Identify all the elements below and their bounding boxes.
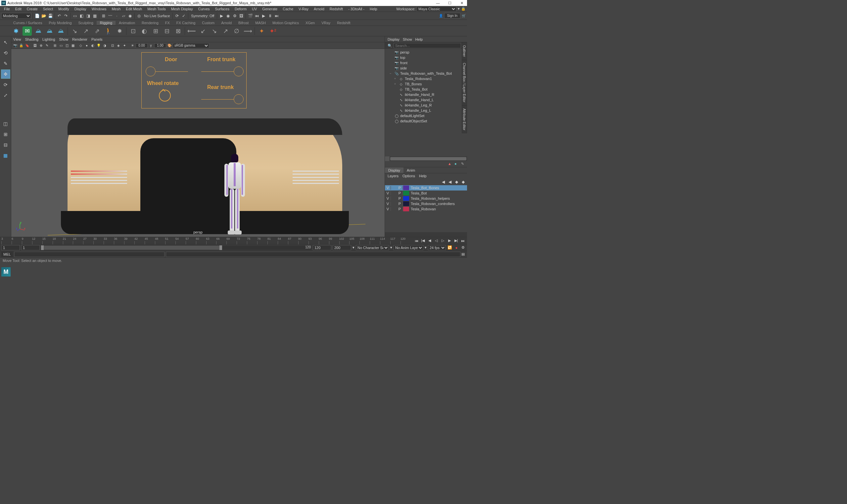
select-obj-icon[interactable]: ◨	[85, 13, 91, 19]
constraint-scale-icon[interactable]: ↗	[221, 26, 230, 36]
anim-layer-dropdown[interactable]: No Anim Layer	[394, 245, 424, 250]
layer-new-empty-icon[interactable]: ◆	[454, 179, 459, 184]
viewport-3d[interactable]: Door Front trunk Wheel rotate Rear trunk	[11, 49, 385, 237]
menu-mesh-display[interactable]: Mesh Display	[169, 7, 196, 11]
fps-dropdown[interactable]: 24 fps	[428, 245, 446, 250]
panel-menu-view[interactable]: View	[13, 37, 21, 41]
menu-vray[interactable]: V-Ray	[296, 7, 311, 11]
menu-deform[interactable]: Deform	[232, 7, 249, 11]
snap-point-icon[interactable]: ·	[114, 13, 120, 19]
workspace-options-icon[interactable]: ▾	[458, 6, 460, 11]
joint-tool-icon[interactable]: ✱	[11, 26, 20, 36]
redo-icon[interactable]: ↷	[63, 13, 69, 19]
layout-minus-icon[interactable]: ⊟	[1, 140, 10, 149]
shelf-tab-poly[interactable]: Poly Modeling	[45, 21, 75, 25]
last-tool-icon[interactable]: ◫	[1, 119, 10, 128]
step-forward-key-icon[interactable]: ▶|	[453, 238, 459, 244]
outliner-item[interactable]: +◇Tesla_Robovan1	[385, 76, 467, 82]
shelf-tab-fx[interactable]: FX	[162, 21, 173, 25]
layer-new-selected-icon[interactable]: ◆	[461, 179, 466, 184]
history-toggle-icon[interactable]: ✓	[181, 13, 187, 19]
layers-menu-help[interactable]: Help	[419, 174, 427, 178]
layer-move-up-icon[interactable]: ◀	[440, 179, 446, 184]
hik-skel-icon[interactable]: ⛰	[56, 26, 66, 36]
side-tab-channelbox[interactable]: Channel Box / Layer Editor	[462, 60, 467, 106]
side-tab-outliner[interactable]: Outliner	[462, 42, 467, 60]
side-tab-attribute[interactable]: Attribute Editor	[462, 106, 467, 133]
camera-lock-icon[interactable]: 🔒	[19, 43, 24, 48]
snap-live-icon[interactable]: ◉	[127, 13, 133, 19]
symmetry-label[interactable]: Symmetry: Off	[190, 14, 215, 18]
paint-weights-icon[interactable]: ◐	[140, 26, 149, 36]
menu-help[interactable]: Help	[367, 7, 380, 11]
layer-list[interactable]: VPTesla_Bot_BonesVPTesla_BotVPTesla_Robo…	[385, 185, 467, 232]
menu-surfaces[interactable]: Surfaces	[212, 7, 232, 11]
select-hier-icon[interactable]: ◧	[79, 13, 84, 19]
xray-joints-icon[interactable]: ✦	[122, 43, 127, 48]
layer-tab-anim[interactable]: Anim	[403, 167, 418, 173]
layout-four-icon[interactable]: ▦	[1, 151, 10, 160]
outliner-tree[interactable]: 📷persp📷top📷front📷side−📎Tesla_Robovan_wit…	[385, 49, 467, 157]
constraint-point-icon[interactable]: ↙	[198, 26, 208, 36]
textured-icon[interactable]: ◐	[90, 43, 95, 48]
pause-icon[interactable]: ⏸	[267, 13, 273, 19]
gamma-icon[interactable]: γ	[148, 43, 154, 48]
loop-icon[interactable]: 🔁	[447, 245, 452, 250]
script-editor-icon[interactable]: ▤	[461, 252, 466, 257]
grid-icon[interactable]: ⊞	[52, 43, 57, 48]
exposure-icon[interactable]: ☀	[130, 43, 135, 48]
outliner-menu-display[interactable]: Display	[387, 37, 399, 41]
go-to-start-icon[interactable]: ⏮	[413, 238, 419, 244]
snap-curve-icon[interactable]: 〰	[107, 13, 113, 19]
paint-select-icon[interactable]: ✎	[1, 59, 10, 68]
bind-skin-icon[interactable]: ⊡	[128, 26, 138, 36]
close-button[interactable]: ✕	[458, 1, 466, 5]
layer-move-down-icon[interactable]: ◀	[447, 179, 452, 184]
panel-menu-show[interactable]: Show	[59, 37, 69, 41]
shelf-tab-xgen[interactable]: XGen	[302, 21, 318, 25]
ik-handle-icon[interactable]: ↘	[70, 26, 79, 36]
menu-create[interactable]: Create	[24, 7, 40, 11]
play-back-icon[interactable]: ◁	[433, 238, 439, 244]
constraint-parent-icon[interactable]: ⟵	[187, 26, 196, 36]
outliner-scrollbar-h[interactable]	[385, 157, 467, 161]
panel-menu-shading[interactable]: Shading	[25, 37, 38, 41]
layer-row[interactable]: VPTesla_Bot_Bones	[385, 185, 467, 191]
panel-menu-renderer[interactable]: Renderer	[72, 37, 87, 41]
bookmark-icon[interactable]: 🔖	[24, 43, 30, 48]
constraint-orient-icon[interactable]: ↘	[209, 26, 219, 36]
step-forward-icon[interactable]: ▶	[447, 238, 452, 244]
xray-icon[interactable]: ◈	[116, 43, 121, 48]
outliner-tool-3-icon[interactable]: ✎	[461, 162, 466, 166]
cluster-icon[interactable]: ⊟	[162, 26, 171, 36]
gate-mask-icon[interactable]: ▦	[70, 43, 75, 48]
shelf-tab-sculpting[interactable]: Sculpting	[75, 21, 97, 25]
grease-pencil-icon[interactable]: ✎	[44, 43, 50, 48]
snap-plane-icon[interactable]: ▱	[120, 13, 126, 19]
character-set-dropdown[interactable]: No Character Set	[356, 245, 389, 250]
outliner-item[interactable]: ◯defaultLightSet	[385, 113, 467, 119]
menu-generate[interactable]: Generate	[259, 7, 280, 11]
hik-char-icon[interactable]: ⛰	[45, 26, 54, 36]
menu-windows[interactable]: Windows	[89, 7, 109, 11]
isolate-icon[interactable]: ⊡	[110, 43, 115, 48]
lattice-icon[interactable]: ⊞	[151, 26, 160, 36]
range-end-inner-input[interactable]	[313, 245, 331, 250]
outliner-menu-show[interactable]: Show	[403, 37, 412, 41]
mirror-joint-icon[interactable]: 🚶	[104, 26, 113, 36]
maximize-button[interactable]: ☐	[446, 1, 454, 5]
auto-key-icon[interactable]: ●	[454, 245, 459, 250]
range-end-outer-input[interactable]	[333, 245, 351, 250]
outliner-item[interactable]: 📷side	[385, 66, 467, 71]
outliner-item[interactable]: ◯defaultObjectSet	[385, 119, 467, 124]
menu-cache[interactable]: Cache	[280, 7, 296, 11]
skeleton-icon[interactable]: ✸	[115, 26, 124, 36]
shelf-tab-bifrost[interactable]: Bifrost	[235, 21, 252, 25]
shelf-tab-rigging[interactable]: Rigging	[97, 21, 116, 25]
exposure-input[interactable]	[136, 43, 148, 48]
outliner-item[interactable]: ⤡ikHandle_Leg_L	[385, 108, 467, 113]
signin-button[interactable]: Sign In	[444, 13, 461, 19]
history-on-icon[interactable]: ⟳	[174, 13, 180, 19]
move-tool-icon[interactable]: ✥	[1, 69, 10, 79]
shelf-tab-curves[interactable]: Curves / Surfaces	[10, 21, 45, 25]
